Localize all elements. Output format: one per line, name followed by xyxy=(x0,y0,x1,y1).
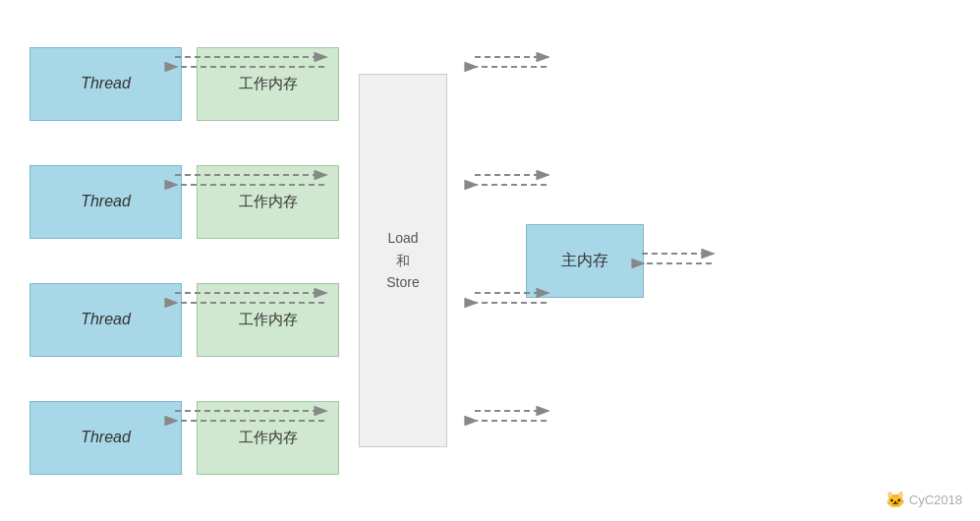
threads-column: Thread Thread Thread Thread xyxy=(29,25,187,496)
work-mem-label-2: 工作内存 xyxy=(239,193,298,211)
watermark-icon: 🐱 xyxy=(886,491,905,509)
thread-box-2: Thread xyxy=(29,165,182,239)
work-mem-box-2: 工作内存 xyxy=(197,165,339,239)
store-label: Store xyxy=(386,274,419,290)
work-mem-column: 工作内存 工作内存 工作内存 工作内存 xyxy=(197,25,349,496)
work-mem-box-1: 工作内存 xyxy=(197,47,339,121)
thread-label-2: Thread xyxy=(81,193,131,210)
thread-label-4: Thread xyxy=(81,429,131,446)
thread-label-3: Thread xyxy=(81,311,131,328)
work-mem-box-3: 工作内存 xyxy=(197,283,339,357)
watermark: 🐱 CyC2018 xyxy=(886,491,962,509)
work-mem-label-1: 工作内存 xyxy=(239,75,298,93)
thread-box-1: Thread xyxy=(29,47,182,121)
main-memory-box: 主内存 xyxy=(526,224,644,298)
work-mem-label-3: 工作内存 xyxy=(239,311,298,329)
work-mem-box-4: 工作内存 xyxy=(197,401,339,475)
watermark-text: CyC2018 xyxy=(909,492,962,507)
work-mem-label-4: 工作内存 xyxy=(239,429,298,447)
load-label: Load xyxy=(387,230,418,246)
load-store-label: Load 和 Store xyxy=(386,227,419,293)
thread-label-1: Thread xyxy=(81,75,131,92)
and-label: 和 xyxy=(396,253,410,268)
diagram-container: Thread Thread Thread Thread 工作内存 工作内存 工作… xyxy=(0,0,980,521)
thread-box-3: Thread xyxy=(29,283,182,357)
main-memory-label: 主内存 xyxy=(561,251,608,271)
load-store-box: Load 和 Store xyxy=(359,74,447,447)
thread-box-4: Thread xyxy=(29,401,182,475)
